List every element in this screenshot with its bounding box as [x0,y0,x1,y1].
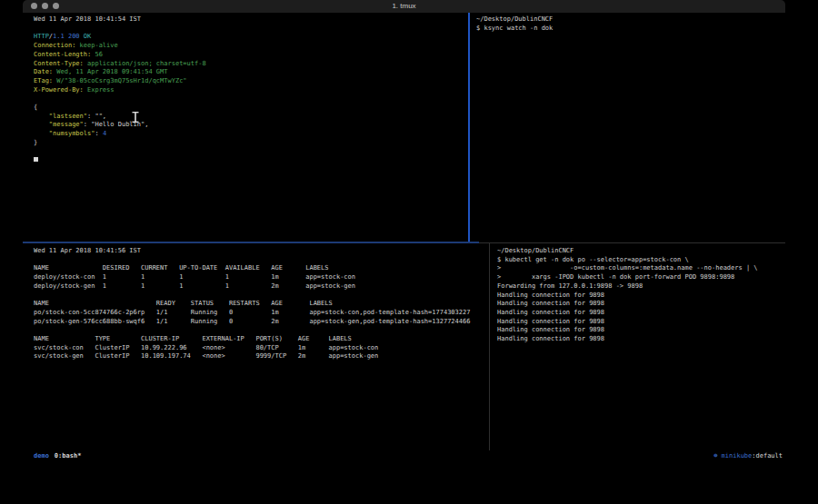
terminal-line: "numsymbols": 4 [34,130,468,139]
terminal-line: Date: Wed, 11 Apr 2018 09:41:54 GMT [34,68,468,77]
traffic-lights [31,3,59,9]
terminal-line [34,256,489,265]
terminal-line: Handling connection for 9898 [497,292,785,301]
terminal-line: deploy/stock-gen 1 1 1 1 2m app=stock-ge… [34,282,489,292]
terminal-line: > xargs -IPOD kubectl -n dok port-forwar… [497,273,785,282]
window-titlebar[interactable]: 1. tmux [23,0,785,13]
terminal-line [34,148,468,157]
terminal-line: deploy/stock-con 1 1 1 1 1m app=stock-co… [34,273,489,282]
kube-context: minikube [717,452,752,460]
pane-ksync-watch[interactable]: ~/Desktop/DublinCNCF$ ksync watch -n dok [472,13,785,240]
terminal-line: Content-Length: 56 [34,51,468,60]
terminal-line: po/stock-con-5cc874766c-2p6rp 1/1 Runnin… [34,309,489,318]
pane-divider-horizontal-left[interactable] [23,242,479,243]
terminal-line: $ kubectl get -n dok po --selector=app=s… [497,256,785,265]
terminal-line: Forwarding from 127.0.0.1:9898 -> 9898 [497,282,785,292]
terminal-line: Handling connection for 9898 [497,300,785,309]
mouse-cursor-ibeam [132,112,139,123]
terminal-line: svc/stock-gen ClusterIP 10.109.197.74 <n… [34,352,489,361]
terminal-line: Handling connection for 9898 [497,335,785,344]
terminal-window: 1. tmux Wed 11 Apr 2018 10:41:54 IST HTT… [23,0,785,461]
terminal-line: Handling connection for 9898 [497,326,785,335]
window-title: 1. tmux [23,0,785,13]
pane-http-response[interactable]: Wed 11 Apr 2018 10:41:54 IST HTTP/1.1 20… [23,13,468,240]
terminal-line [34,326,489,335]
terminal-line: Handling connection for 9898 [497,309,785,318]
pane-divider-vertical-bottom[interactable] [489,243,490,450]
pane-port-forward[interactable]: ~/Desktop/DublinCNCF$ kubectl get -n dok… [493,245,785,450]
tmux-window-label[interactable]: 0:bash* [55,452,82,460]
tmux-session-name[interactable]: demo [34,452,49,460]
tmux-status-bar: demo 0:bash* ☸ minikube:default [23,450,785,461]
terminal-line [34,25,468,34]
pane-divider-vertical-top[interactable] [468,13,470,242]
terminal-line: "lastseen": "", [34,113,468,122]
terminal-line: Wed 11 Apr 2018 10:41:56 IST [34,247,489,256]
terminal-line: ETag: W/"38-05coCsrg3mQ75sHr1d/qcMTwYZc" [34,77,468,86]
terminal-line: X-Powered-By: Express [34,86,468,95]
terminal-line: po/stock-gen-576cc688bb-swqf6 1/1 Runnin… [34,318,489,327]
tmux-terminal: Wed 11 Apr 2018 10:41:54 IST HTTP/1.1 20… [23,13,785,461]
terminal-line: NAME READY STATUS RESTARTS AGE LABELS [34,300,489,309]
terminal-line: HTTP/1.1 200 OK [34,33,468,42]
terminal-line [34,156,468,165]
close-button[interactable] [31,3,37,9]
pane-kubectl-resources[interactable]: Wed 11 Apr 2018 10:41:56 IST NAME DESIRE… [23,245,489,450]
terminal-line: NAME TYPE CLUSTER-IP EXTERNAL-IP PORT(S)… [34,335,489,344]
status-right: ☸ minikube:default [713,452,783,460]
terminal-line: svc/stock-con ClusterIP 10.99.222.96 <no… [34,344,489,353]
terminal-line: { [34,104,468,113]
terminal-line: ~/Desktop/DublinCNCF [497,247,785,256]
terminal-line: Connection: keep-alive [34,42,468,51]
pane-divider-horizontal-right[interactable] [479,242,785,243]
maximize-button[interactable] [53,3,59,9]
terminal-line: } [34,139,468,148]
minimize-button[interactable] [42,3,48,9]
terminal-line: Wed 11 Apr 2018 10:41:54 IST [34,15,468,25]
terminal-cursor [34,157,38,162]
terminal-line: $ ksync watch -n dok [476,25,785,34]
terminal-line: > -o=custom-columns=:metadata.name --no-… [497,264,785,273]
terminal-line: Content-Type: application/json; charset=… [34,60,468,69]
terminal-line [34,292,489,301]
terminal-line: Handling connection for 9898 [497,318,785,327]
terminal-line: ~/Desktop/DublinCNCF [476,15,785,25]
kube-namespace: :default [752,452,783,460]
terminal-line: "message": "Hello Dublin", [34,121,468,130]
terminal-line [34,94,468,104]
terminal-line: NAME DESIRED CURRENT UP-TO-DATE AVAILABL… [34,264,489,273]
